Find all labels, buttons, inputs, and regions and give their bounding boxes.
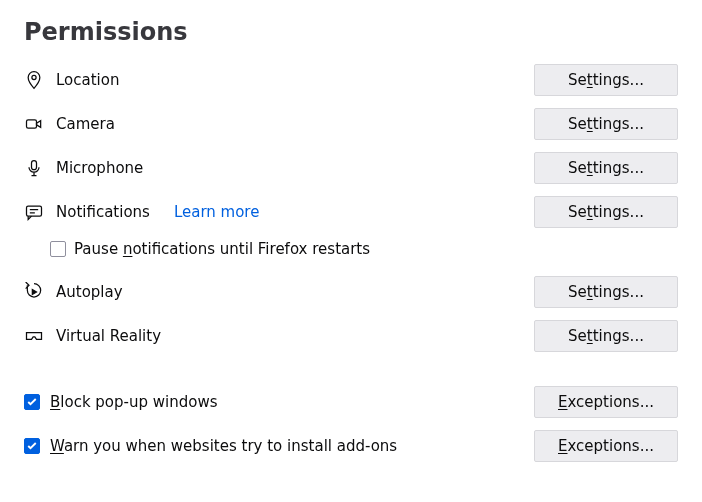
block-popups-label: Block pop-up windows bbox=[50, 393, 218, 411]
microphone-label: Microphone bbox=[56, 159, 143, 177]
permission-row-notifications: Notifications Learn more Settings... bbox=[24, 196, 678, 228]
vr-settings-button[interactable]: Settings... bbox=[534, 320, 678, 352]
autoplay-settings-button[interactable]: Settings... bbox=[534, 276, 678, 308]
camera-icon bbox=[24, 114, 44, 134]
notifications-learn-more-link[interactable]: Learn more bbox=[174, 203, 260, 221]
location-label: Location bbox=[56, 71, 119, 89]
pause-notifications-row: Pause notifications until Firefox restar… bbox=[50, 240, 678, 258]
microphone-settings-button[interactable]: Settings... bbox=[534, 152, 678, 184]
vr-label: Virtual Reality bbox=[56, 327, 161, 345]
svg-point-0 bbox=[32, 75, 36, 79]
svg-rect-2 bbox=[32, 161, 37, 170]
notifications-icon bbox=[24, 202, 44, 222]
permission-row-microphone: Microphone Settings... bbox=[24, 152, 678, 184]
permission-row-vr: Virtual Reality Settings... bbox=[24, 320, 678, 352]
block-popups-checkbox[interactable] bbox=[24, 394, 40, 410]
block-popups-exceptions-button[interactable]: Exceptions... bbox=[534, 386, 678, 418]
block-popups-row: Block pop-up windows Exceptions... bbox=[24, 386, 678, 418]
addons-warn-label: Warn you when websites try to install ad… bbox=[50, 437, 397, 455]
camera-settings-button[interactable]: Settings... bbox=[534, 108, 678, 140]
addons-warn-exceptions-button[interactable]: Exceptions... bbox=[534, 430, 678, 462]
permission-row-camera: Camera Settings... bbox=[24, 108, 678, 140]
addons-warn-row: Warn you when websites try to install ad… bbox=[24, 430, 678, 462]
permissions-heading: Permissions bbox=[24, 18, 678, 46]
svg-rect-3 bbox=[27, 206, 42, 216]
notifications-label: Notifications bbox=[56, 203, 150, 221]
location-pin-icon bbox=[24, 70, 44, 90]
autoplay-icon bbox=[24, 282, 44, 302]
pause-notifications-label: Pause notifications until Firefox restar… bbox=[74, 240, 370, 258]
autoplay-label: Autoplay bbox=[56, 283, 123, 301]
pause-notifications-checkbox[interactable] bbox=[50, 241, 66, 257]
microphone-icon bbox=[24, 158, 44, 178]
permission-row-autoplay: Autoplay Settings... bbox=[24, 276, 678, 308]
location-settings-button[interactable]: Settings... bbox=[534, 64, 678, 96]
permission-row-location: Location Settings... bbox=[24, 64, 678, 96]
svg-rect-1 bbox=[27, 120, 37, 128]
vr-headset-icon bbox=[24, 326, 44, 346]
addons-warn-checkbox[interactable] bbox=[24, 438, 40, 454]
camera-label: Camera bbox=[56, 115, 115, 133]
notifications-settings-button[interactable]: Settings... bbox=[534, 196, 678, 228]
